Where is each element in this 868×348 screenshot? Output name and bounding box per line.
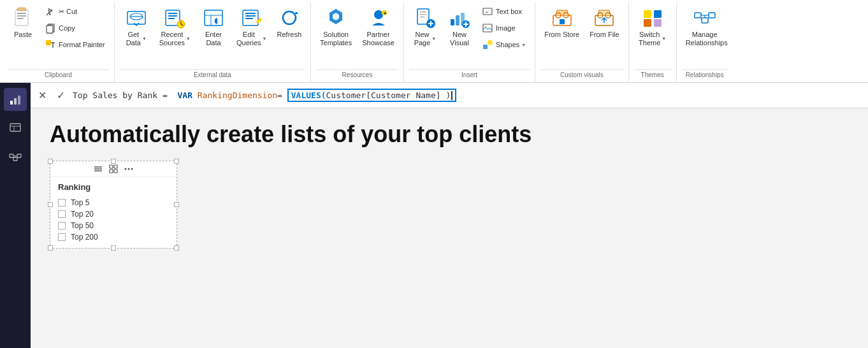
sidebar xyxy=(0,83,31,348)
from-file-button[interactable]: From File xyxy=(586,4,623,55)
svg-rect-10 xyxy=(47,25,53,33)
ribbon-items-clipboard: Paste ✂ Cut Copy xyxy=(8,4,109,68)
resize-handle-mr[interactable] xyxy=(174,202,179,207)
visual-widget[interactable]: Ranking Top 5 Top 20 Top 50 xyxy=(50,161,177,249)
resize-handle-tl[interactable] xyxy=(48,159,53,164)
svg-rect-2 xyxy=(17,13,26,14)
cut-button[interactable]: ✂ Cut xyxy=(41,4,109,19)
from-file-icon xyxy=(593,6,616,29)
recent-sources-button[interactable]: RecentSources ▼ xyxy=(156,4,194,55)
from-store-button[interactable]: From Store xyxy=(540,4,583,55)
refresh-button[interactable]: Refresh xyxy=(273,4,306,55)
slicer-item-2[interactable]: Top 50 xyxy=(58,220,169,231)
resize-handle-tr[interactable] xyxy=(174,159,179,164)
slicer-item-3[interactable]: Top 200 xyxy=(58,231,169,243)
copy-label: Copy xyxy=(59,24,75,32)
slicer-item-1[interactable]: Top 20 xyxy=(58,208,169,220)
paste-button[interactable]: Paste xyxy=(8,4,38,55)
formula-input-box[interactable]: VALUES( Customer[Customer Name] ) xyxy=(287,89,456,102)
visual-focus-icon[interactable] xyxy=(108,164,119,174)
new-visual-button[interactable]: NewVisual xyxy=(444,4,475,55)
switch-theme-icon xyxy=(641,6,664,29)
formula-check-button[interactable]: ✓ xyxy=(54,88,68,103)
new-page-icon xyxy=(414,6,437,29)
svg-rect-75 xyxy=(17,154,21,157)
manage-relationships-button[interactable]: ManageRelationships xyxy=(682,4,728,55)
svg-rect-40 xyxy=(451,19,454,25)
svg-rect-35 xyxy=(420,14,426,15)
text-box-button[interactable]: A Text box xyxy=(478,4,530,19)
formula-var-keyword: VAR xyxy=(178,91,192,100)
sidebar-item-report[interactable] xyxy=(4,88,27,111)
sidebar-item-data[interactable] xyxy=(4,116,27,139)
paste-label: Paste xyxy=(14,31,32,39)
ribbon-group-insert: NewPage ▼ NewVisual A xyxy=(404,3,535,82)
clipboard-group-label: Clipboard xyxy=(8,69,109,81)
new-page-arrow: ▼ xyxy=(431,36,436,41)
visual-more-icon[interactable] xyxy=(124,164,134,174)
insert-group-label: Insert xyxy=(409,69,530,81)
svg-rect-55 xyxy=(560,19,565,24)
format-painter-icon xyxy=(45,39,56,50)
copy-button[interactable]: Copy xyxy=(41,20,109,36)
slicer-item-0[interactable]: Top 5 xyxy=(58,197,169,208)
slicer-label-0: Top 5 xyxy=(71,198,89,207)
solution-templates-button[interactable]: SolutionTemplates xyxy=(316,4,356,55)
partner-showcase-icon: ★ xyxy=(367,6,390,29)
enter-data-button[interactable]: EnterData xyxy=(197,4,230,55)
formula-close-button[interactable]: ✕ xyxy=(36,88,49,103)
solution-templates-icon xyxy=(324,6,347,29)
ribbon-items-relationships: ManageRelationships xyxy=(682,4,728,68)
resize-handle-bm[interactable] xyxy=(111,245,116,250)
edit-queries-label: EditQueries xyxy=(236,31,261,47)
text-box-icon: A xyxy=(482,6,493,17)
solution-templates-label: SolutionTemplates xyxy=(320,31,352,47)
switch-theme-button[interactable]: SwitchTheme ▼ xyxy=(634,4,671,55)
slicer-checkbox-3[interactable] xyxy=(58,233,66,241)
enter-data-label: EnterData xyxy=(205,31,222,47)
svg-rect-61 xyxy=(644,19,651,27)
ribbon: Paste ✂ Cut Copy xyxy=(0,0,868,83)
sidebar-item-model[interactable] xyxy=(4,144,27,167)
paste-icon xyxy=(11,6,34,29)
format-painter-button[interactable]: Format Painter xyxy=(41,37,109,52)
formula-function-arg: Customer[Customer Name] ) xyxy=(326,91,451,100)
svg-rect-64 xyxy=(709,13,715,18)
edit-queries-button[interactable]: EditQueries ▼ xyxy=(233,4,270,55)
visual-body: Ranking Top 5 Top 20 Top 50 xyxy=(50,177,177,248)
slicer-checkbox-1[interactable] xyxy=(58,210,66,218)
refresh-icon xyxy=(278,6,301,29)
svg-rect-85 xyxy=(114,170,117,173)
resize-handle-ml[interactable] xyxy=(48,202,53,207)
resources-group-label: Resources xyxy=(316,69,398,81)
image-icon xyxy=(482,22,493,34)
get-data-arrow: ▼ xyxy=(142,36,147,41)
svg-rect-71 xyxy=(10,124,20,131)
formula-equals: = xyxy=(277,91,287,100)
svg-rect-18 xyxy=(168,13,177,14)
slicer-checkbox-0[interactable] xyxy=(58,199,66,207)
resize-handle-bl[interactable] xyxy=(48,245,53,250)
cut-label: ✂ Cut xyxy=(59,8,77,16)
svg-rect-68 xyxy=(10,101,13,105)
resize-handle-br[interactable] xyxy=(174,245,179,250)
canvas-area: Automatically create lists of your top c… xyxy=(31,108,868,348)
slicer-checkbox-2[interactable] xyxy=(58,222,66,229)
get-data-button[interactable]: GetData ▼ xyxy=(120,4,153,55)
svg-rect-5 xyxy=(18,8,25,11)
svg-rect-69 xyxy=(14,98,17,105)
visual-menu-icon[interactable] xyxy=(93,164,103,174)
shapes-button[interactable]: Shapes ▼ xyxy=(478,37,530,52)
svg-rect-3 xyxy=(17,15,26,17)
svg-rect-70 xyxy=(18,96,20,105)
manage-relationships-label: ManageRelationships xyxy=(686,31,724,47)
partner-showcase-button[interactable]: ★ PartnerShowcase xyxy=(358,4,398,55)
new-page-button[interactable]: NewPage ▼ xyxy=(409,4,441,55)
svg-rect-60 xyxy=(654,10,662,18)
resize-handle-tm[interactable] xyxy=(111,159,116,164)
edit-queries-arrow: ▼ xyxy=(263,36,267,41)
image-button[interactable]: Image xyxy=(478,20,530,36)
ribbon-items-insert: NewPage ▼ NewVisual A xyxy=(409,4,530,68)
svg-rect-11 xyxy=(46,40,51,45)
ribbon-items-external: GetData ▼ RecentSources ▼ xyxy=(120,4,305,68)
